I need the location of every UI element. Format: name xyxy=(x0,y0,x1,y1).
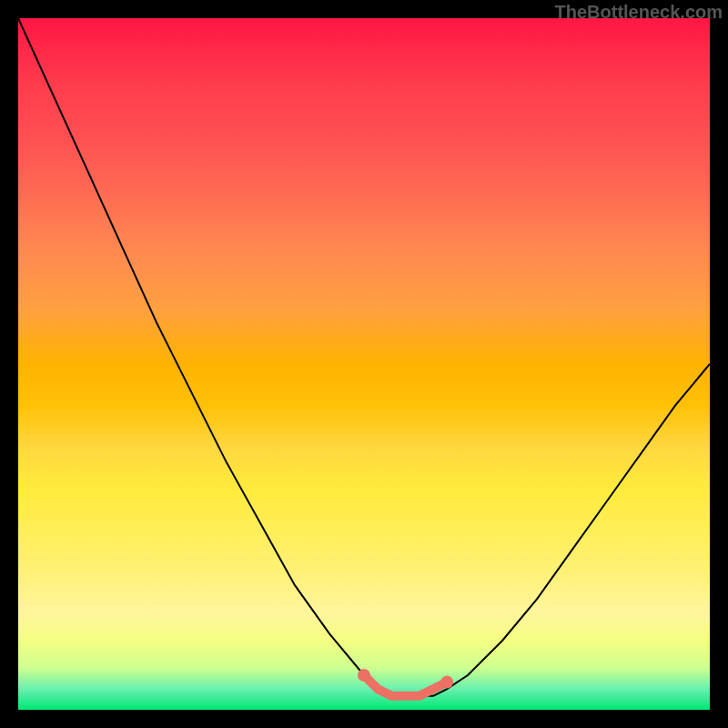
watermark-text: TheBottleneck.com xyxy=(555,2,723,23)
plot-area xyxy=(18,18,710,710)
optimal-marker-dot xyxy=(440,676,453,689)
chart-svg xyxy=(18,18,710,710)
optimal-marker-group xyxy=(358,669,453,696)
optimal-marker-path xyxy=(364,675,447,696)
bottleneck-curve-path xyxy=(18,18,710,696)
optimal-marker-dot xyxy=(358,669,370,682)
chart-container: TheBottleneck.com xyxy=(0,0,728,728)
